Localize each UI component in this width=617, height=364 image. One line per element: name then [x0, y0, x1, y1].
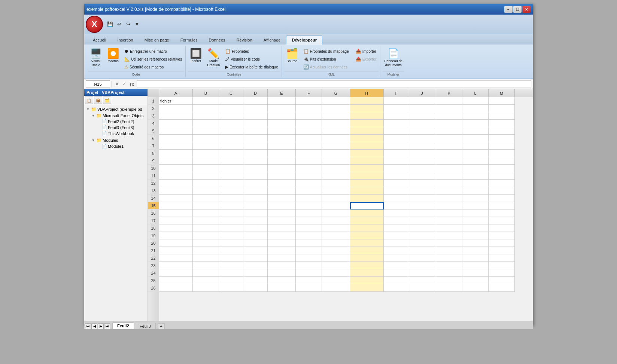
cell-K6[interactable] — [436, 135, 462, 142]
cell-G15[interactable] — [322, 202, 350, 209]
row-num-24[interactable]: 24 — [148, 269, 159, 277]
cell-I10[interactable] — [384, 165, 408, 172]
row-num-3[interactable]: 3 — [148, 112, 159, 120]
cell-B24[interactable] — [193, 269, 219, 277]
cell-H21[interactable] — [350, 247, 384, 254]
cell-K5[interactable] — [436, 127, 462, 135]
cell-H16[interactable] — [350, 209, 384, 217]
cell-H26[interactable] — [350, 284, 384, 292]
cell-L1[interactable] — [462, 97, 489, 105]
tree-row-thisworkbook[interactable]: 📄 ThisWorkbook — [95, 131, 147, 137]
cell-H7[interactable] — [350, 142, 384, 150]
cell-H3[interactable] — [350, 112, 384, 120]
cell-D19[interactable] — [243, 232, 268, 239]
cell-K12[interactable] — [436, 180, 462, 187]
tab-revision[interactable]: Révision — [231, 36, 258, 45]
cell-C19[interactable] — [219, 232, 243, 239]
cell-D15[interactable] — [243, 202, 268, 209]
cell-C18[interactable] — [219, 224, 243, 232]
cell-E8[interactable] — [268, 150, 296, 157]
cell-J16[interactable] — [408, 209, 436, 217]
cell-L12[interactable] — [462, 180, 489, 187]
cell-G18[interactable] — [322, 224, 350, 232]
cell-E2[interactable] — [268, 105, 296, 112]
sheet-tab-feuil2[interactable]: Feuil2 — [112, 322, 134, 329]
cell-F23[interactable] — [296, 262, 322, 269]
cell-F10[interactable] — [296, 165, 322, 172]
cell-J18[interactable] — [408, 224, 436, 232]
cell-G13[interactable] — [322, 187, 350, 195]
cell-G22[interactable] — [322, 254, 350, 262]
tab-insertion[interactable]: Insertion — [112, 36, 139, 45]
cell-G16[interactable] — [322, 209, 350, 217]
cell-L26[interactable] — [462, 284, 489, 292]
cell-D8[interactable] — [243, 150, 268, 157]
cell-D3[interactable] — [243, 112, 268, 120]
tree-row-modules[interactable]: ▼ 📁 Modules — [90, 137, 147, 143]
cell-B9[interactable] — [193, 157, 219, 165]
cell-A3[interactable] — [159, 112, 193, 120]
cell-A18[interactable] — [159, 224, 193, 232]
cell-G23[interactable] — [322, 262, 350, 269]
add-sheet-button[interactable]: + — [158, 323, 165, 329]
cell-M2[interactable] — [489, 105, 515, 112]
cell-B7[interactable] — [193, 142, 219, 150]
cell-F13[interactable] — [296, 187, 322, 195]
cell-C20[interactable] — [219, 239, 243, 247]
cell-K4[interactable] — [436, 120, 462, 127]
row-num-10[interactable]: 10 — [148, 165, 159, 172]
cell-C26[interactable] — [219, 284, 243, 292]
cell-D9[interactable] — [243, 157, 268, 165]
row-num-5[interactable]: 5 — [148, 127, 159, 135]
cell-L16[interactable] — [462, 209, 489, 217]
cell-A6[interactable] — [159, 135, 193, 142]
tree-row-excel-objets[interactable]: ▼ 📁 Microsoft Excel Objets — [90, 113, 147, 119]
cell-J13[interactable] — [408, 187, 436, 195]
cell-C24[interactable] — [219, 269, 243, 277]
cell-H25[interactable] — [350, 277, 384, 284]
cell-B14[interactable] — [193, 195, 219, 202]
cell-D7[interactable] — [243, 142, 268, 150]
cell-K9[interactable] — [436, 157, 462, 165]
row-num-15[interactable]: 15 — [148, 202, 159, 209]
cell-M8[interactable] — [489, 150, 515, 157]
cell-D2[interactable] — [243, 105, 268, 112]
cell-C11[interactable] — [219, 172, 243, 180]
cell-A15[interactable] — [159, 202, 193, 209]
col-header-m[interactable]: M — [489, 89, 515, 97]
cell-M12[interactable] — [489, 180, 515, 187]
cell-G14[interactable] — [322, 195, 350, 202]
cell-J26[interactable] — [408, 284, 436, 292]
cell-L20[interactable] — [462, 239, 489, 247]
cell-A19[interactable] — [159, 232, 193, 239]
cell-K16[interactable] — [436, 209, 462, 217]
cell-H17[interactable] — [350, 217, 384, 224]
cell-C22[interactable] — [219, 254, 243, 262]
cell-A20[interactable] — [159, 239, 193, 247]
cell-E7[interactable] — [268, 142, 296, 150]
cell-L21[interactable] — [462, 247, 489, 254]
cell-F21[interactable] — [296, 247, 322, 254]
cell-E3[interactable] — [268, 112, 296, 120]
cell-G6[interactable] — [322, 135, 350, 142]
cell-A26[interactable] — [159, 284, 193, 292]
cell-I9[interactable] — [384, 157, 408, 165]
cell-J22[interactable] — [408, 254, 436, 262]
cell-B15[interactable] — [193, 202, 219, 209]
cell-I20[interactable] — [384, 239, 408, 247]
cell-E1[interactable] — [268, 97, 296, 105]
sidebar-obj-btn[interactable]: 📦 — [94, 97, 102, 104]
cell-A14[interactable] — [159, 195, 193, 202]
cell-E20[interactable] — [268, 239, 296, 247]
cell-H9[interactable] — [350, 157, 384, 165]
col-header-e[interactable]: E — [268, 89, 296, 97]
cell-M11[interactable] — [489, 172, 515, 180]
cell-A25[interactable] — [159, 277, 193, 284]
cell-E18[interactable] — [268, 224, 296, 232]
row-num-13[interactable]: 13 — [148, 187, 159, 195]
cell-B4[interactable] — [193, 120, 219, 127]
cell-H10[interactable] — [350, 165, 384, 172]
cell-F6[interactable] — [296, 135, 322, 142]
cell-K23[interactable] — [436, 262, 462, 269]
cell-F9[interactable] — [296, 157, 322, 165]
